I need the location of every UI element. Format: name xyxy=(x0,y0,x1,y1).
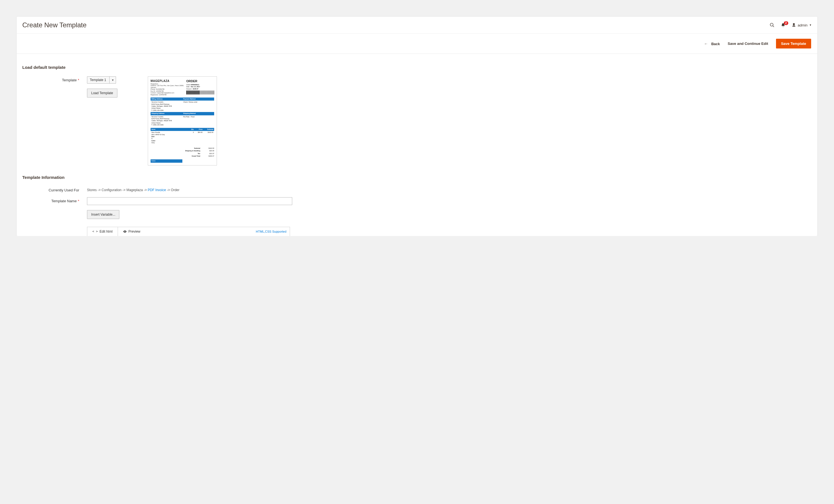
page-title: Create New Template xyxy=(22,21,86,29)
load-template-button[interactable]: Load Template xyxy=(87,89,117,97)
svg-point-2 xyxy=(124,231,125,232)
arrow-left-icon: ← xyxy=(704,42,708,46)
pdf-invoice-link[interactable]: PDF Invoice xyxy=(148,188,166,192)
html-css-supported-link[interactable]: HTML,CSS Supported xyxy=(253,230,290,233)
section-load-default-title: Load default template xyxy=(22,65,812,70)
template-preview: MAGEPLAZA Mageplaza Address: 125 Tran Ph… xyxy=(148,76,217,165)
template-name-label: Template Name* xyxy=(22,197,87,203)
currently-used-for-label: Currently Used For xyxy=(22,186,87,192)
action-bar: ← Back Save and Continue Edit Save Templ… xyxy=(17,34,817,54)
svg-point-0 xyxy=(770,23,773,26)
section-template-info-title: Template Information xyxy=(22,175,812,180)
form-body: Load default template Template* Template… xyxy=(17,54,817,236)
template-preview-wrapper: MAGEPLAZA Mageplaza Address: 125 Tran Ph… xyxy=(148,76,217,165)
user-menu[interactable]: admin ▼ xyxy=(792,23,812,27)
code-icon: < > xyxy=(92,230,98,233)
preview-tab[interactable]: Preview xyxy=(118,227,146,236)
caret-down-icon: ▼ xyxy=(809,24,812,26)
top-right-controls: 2 admin ▼ xyxy=(770,23,812,28)
page-header: Create New Template 2 admin ▼ xyxy=(17,17,817,34)
template-select-input[interactable]: Template 1 xyxy=(87,76,116,84)
template-select-label: Template* xyxy=(22,76,87,82)
save-template-button[interactable]: Save Template xyxy=(776,39,811,48)
user-icon xyxy=(792,23,796,27)
template-select[interactable]: Template 1 ▼ xyxy=(87,76,116,84)
editor-toolbar: < > Edit html Preview HTML,CSS Supported xyxy=(87,227,290,236)
notification-badge: 2 xyxy=(784,21,788,25)
page-card: Create New Template 2 admin ▼ ← Back Sav… xyxy=(17,17,817,236)
insert-variable-button[interactable]: Insert Variable... xyxy=(87,210,119,219)
username: admin xyxy=(798,23,808,27)
search-icon[interactable] xyxy=(770,23,775,28)
barcode xyxy=(186,91,214,94)
eye-icon xyxy=(123,230,127,233)
notifications-icon[interactable]: 2 xyxy=(781,23,786,28)
back-button[interactable]: ← Back xyxy=(704,42,720,46)
save-continue-button[interactable]: Save and Continue Edit xyxy=(728,42,768,46)
breadcrumb: Stores -> Configuration -> Mageplaza -> … xyxy=(87,186,180,192)
template-name-input[interactable] xyxy=(87,197,292,205)
svg-line-1 xyxy=(773,26,774,27)
edit-html-tab[interactable]: < > Edit html xyxy=(87,227,118,236)
